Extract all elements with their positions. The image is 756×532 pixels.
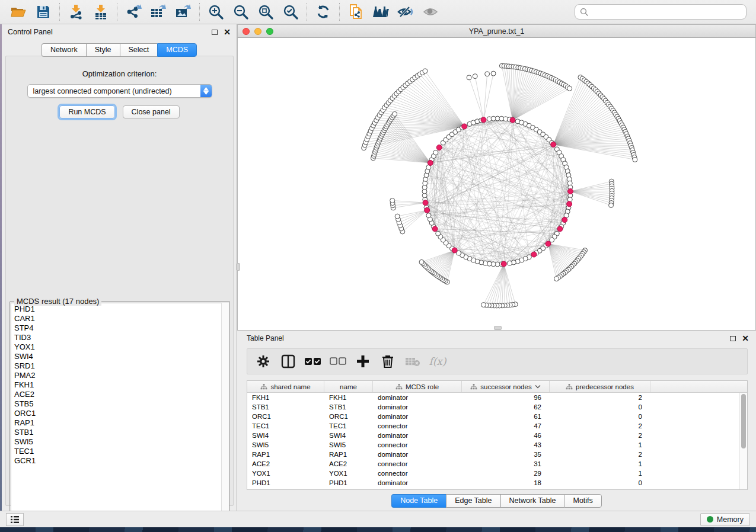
tab-network-table[interactable]: Network Table — [500, 494, 564, 508]
result-node-item[interactable]: STB1 — [14, 428, 228, 437]
zoom-out-button[interactable] — [228, 2, 253, 22]
result-node-item[interactable]: SWI5 — [14, 437, 228, 447]
result-node-item[interactable]: SRD1 — [14, 361, 228, 371]
tab-motifs[interactable]: Motifs — [564, 494, 601, 508]
network-node[interactable] — [436, 231, 441, 236]
network-node[interactable] — [426, 213, 431, 218]
table-options-button[interactable] — [252, 351, 275, 371]
hide-selected-button[interactable] — [393, 2, 418, 22]
export-network-button[interactable] — [121, 2, 146, 22]
close-icon[interactable]: ✕ — [224, 29, 231, 35]
zoom-in-button[interactable] — [203, 2, 228, 22]
run-mcds-button[interactable]: Run MCDS — [59, 105, 114, 118]
mcds-node[interactable] — [546, 241, 551, 246]
result-node-item[interactable]: FKH1 — [14, 380, 228, 390]
open-session-button[interactable] — [6, 2, 31, 22]
table-row[interactable]: YOX1YOX1connector291 — [247, 469, 739, 478]
show-columns-button[interactable] — [277, 351, 299, 371]
tab-edge-table[interactable]: Edge Table — [446, 494, 500, 508]
result-node-item[interactable]: YOX1 — [14, 342, 228, 352]
network-node[interactable] — [550, 238, 554, 242]
save-session-button[interactable] — [31, 2, 56, 22]
mcds-node[interactable] — [501, 261, 506, 267]
table-row[interactable]: RAP1RAP1dominator352 — [247, 450, 739, 459]
table-row[interactable]: FKH1FKH1dominator962 — [247, 393, 739, 402]
result-node-item[interactable]: TID3 — [14, 333, 228, 342]
table-row[interactable]: ACE2ACE2connector311 — [247, 459, 739, 469]
import-network-button[interactable] — [63, 2, 88, 22]
mcds-node[interactable] — [567, 201, 572, 207]
network-canvas[interactable] — [237, 38, 756, 331]
mcds-node[interactable] — [452, 248, 457, 253]
network-window-titlebar[interactable]: YPA_prune.txt_1 — [237, 24, 756, 38]
column-header-name[interactable]: name — [324, 381, 373, 392]
optimization-criterion-select[interactable]: largest connected component (undirected) — [27, 84, 212, 98]
table-row[interactable]: SWI4SWI4dominator462 — [247, 431, 739, 440]
vertical-splitter-handle[interactable] — [236, 263, 240, 271]
tab-select[interactable]: Select — [120, 43, 158, 57]
mcds-node[interactable] — [423, 200, 428, 206]
zoom-selected-button[interactable] — [278, 2, 303, 22]
copy-network-button[interactable] — [343, 2, 368, 22]
mcds-node[interactable] — [428, 160, 433, 165]
memory-button[interactable]: Memory — [700, 513, 750, 526]
leaf-node[interactable] — [554, 277, 559, 281]
mcds-node[interactable] — [551, 142, 556, 147]
select-all-button[interactable] — [302, 351, 324, 371]
deselect-all-button[interactable] — [327, 351, 349, 371]
add-column-button[interactable] — [352, 351, 374, 371]
table-row[interactable]: ORC1ORC1dominator610 — [247, 412, 739, 421]
result-node-item[interactable]: PHD1 — [14, 305, 228, 314]
result-node-item[interactable]: RAP1 — [14, 418, 228, 428]
tab-style[interactable]: Style — [86, 43, 120, 57]
column-header-MCDS-role[interactable]: MCDS role — [373, 381, 462, 392]
result-node-item[interactable]: PMA2 — [14, 371, 228, 380]
mcds-node[interactable] — [510, 117, 515, 123]
leaf-node[interactable] — [609, 203, 614, 208]
first-neighbors-button[interactable] — [368, 2, 393, 22]
export-image-button[interactable] — [171, 2, 196, 22]
leaf-node[interactable] — [395, 214, 400, 219]
leaf-node[interactable] — [423, 69, 428, 73]
result-node-item[interactable]: GCR1 — [14, 456, 228, 466]
export-table-button[interactable] — [146, 2, 171, 22]
leaf-node[interactable] — [467, 75, 471, 80]
leaf-node[interactable] — [567, 86, 572, 91]
tab-node-table[interactable]: Node Table — [391, 494, 446, 508]
tab-mcds[interactable]: MCDS — [157, 43, 197, 57]
result-node-item[interactable]: ACE2 — [14, 390, 228, 399]
mcds-node[interactable] — [562, 217, 567, 223]
mcds-node[interactable] — [531, 252, 537, 257]
result-node-item[interactable]: STB5 — [14, 399, 228, 409]
leaf-node[interactable] — [481, 303, 486, 307]
mcds-result-list[interactable]: PHD1CAR1STP4TID3YOX1SWI4SRD1PMA2FKH1ACE2… — [11, 303, 229, 520]
mcds-node[interactable] — [481, 117, 486, 123]
result-node-item[interactable]: STP4 — [14, 323, 228, 333]
close-panel-button[interactable]: Close panel — [123, 105, 180, 118]
delete-column-button[interactable] — [377, 351, 399, 371]
column-header-shared-name[interactable]: shared name — [247, 381, 324, 392]
table-scrollbar[interactable] — [739, 393, 747, 489]
mcds-node[interactable] — [425, 207, 430, 213]
float-icon[interactable] — [730, 336, 736, 341]
zoom-fit-button[interactable] — [253, 2, 278, 22]
search-box[interactable] — [575, 4, 747, 20]
mcds-node[interactable] — [462, 124, 467, 129]
table-row[interactable]: PHD1PHD1dominator180 — [247, 478, 739, 488]
network-node[interactable] — [433, 150, 438, 155]
result-node-item[interactable]: TEC1 — [14, 447, 228, 456]
float-icon[interactable] — [212, 30, 218, 35]
mcds-node[interactable] — [557, 226, 563, 232]
mcds-node[interactable] — [432, 226, 438, 232]
close-icon[interactable]: ✕ — [742, 335, 749, 341]
table-row[interactable]: STB1STB1dominator620 — [247, 402, 739, 412]
leaf-node[interactable] — [491, 71, 496, 76]
task-history-button[interactable] — [6, 513, 24, 526]
leaf-node[interactable] — [633, 157, 637, 162]
mcds-node[interactable] — [568, 189, 573, 194]
leaf-node[interactable] — [390, 198, 395, 203]
leaf-node[interactable] — [485, 72, 490, 76]
horizontal-splitter-handle[interactable] — [494, 326, 502, 330]
tab-network[interactable]: Network — [42, 43, 86, 57]
leaf-node[interactable] — [473, 74, 477, 79]
